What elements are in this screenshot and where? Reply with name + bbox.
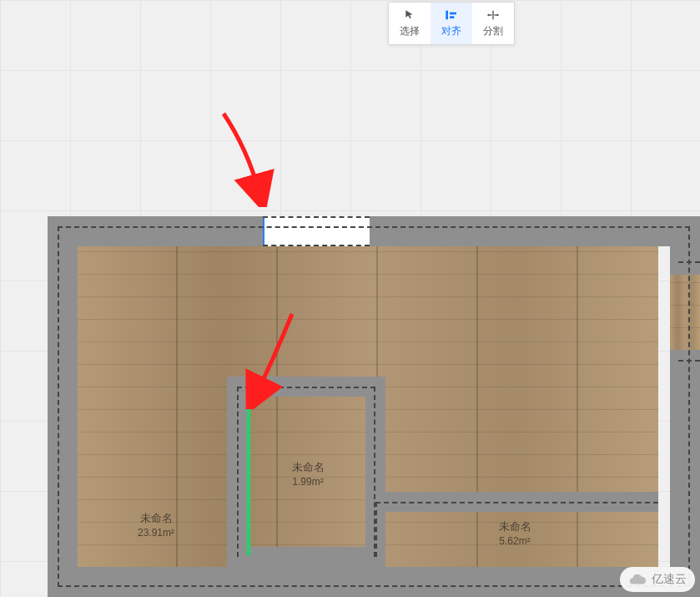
svg-point-3 [487, 14, 490, 17]
wall-outer-left[interactable] [48, 216, 78, 597]
floorplan-canvas[interactable]: 选择 对齐 分割 [0, 0, 700, 597]
tool-split-label: 分割 [483, 24, 503, 38]
tool-align-label: 对齐 [441, 24, 461, 38]
tool-align[interactable]: 对齐 [431, 3, 472, 44]
wall-opening[interactable] [263, 216, 370, 246]
wall-inner[interactable] [227, 377, 247, 567]
svg-rect-1 [450, 13, 456, 15]
floor-texture-right [670, 275, 700, 350]
cursor-icon [404, 8, 415, 22]
mode-toolbar: 选择 对齐 分割 [388, 2, 515, 45]
svg-rect-7 [494, 14, 496, 15]
wall-outer-top[interactable] [48, 216, 700, 246]
tool-select-label: 选择 [400, 24, 420, 38]
wall-outer-right-upper[interactable] [670, 216, 700, 275]
floor-plan[interactable]: 未命名 23.91m² 未命名 1.99m² 未命名 5.62m² [48, 216, 700, 597]
wall-outer-bottom[interactable] [48, 567, 700, 597]
svg-rect-6 [490, 14, 492, 15]
watermark: 亿速云 [620, 567, 695, 592]
wall-inner[interactable] [365, 377, 385, 567]
watermark-text: 亿速云 [652, 572, 687, 587]
align-icon [445, 8, 458, 22]
wall-outer-right-lower[interactable] [670, 350, 700, 597]
tool-split[interactable]: 分割 [472, 3, 514, 44]
svg-rect-5 [492, 11, 493, 20]
svg-rect-2 [450, 16, 454, 18]
selected-wall-edge[interactable] [247, 397, 250, 555]
cloud-icon [628, 570, 647, 589]
wall-inner[interactable] [227, 377, 385, 397]
svg-rect-0 [446, 11, 448, 20]
wall-inner[interactable] [365, 492, 658, 512]
svg-point-4 [496, 14, 499, 17]
tool-select[interactable]: 选择 [389, 3, 431, 44]
wall-inner[interactable] [227, 547, 385, 567]
split-icon [486, 8, 500, 22]
